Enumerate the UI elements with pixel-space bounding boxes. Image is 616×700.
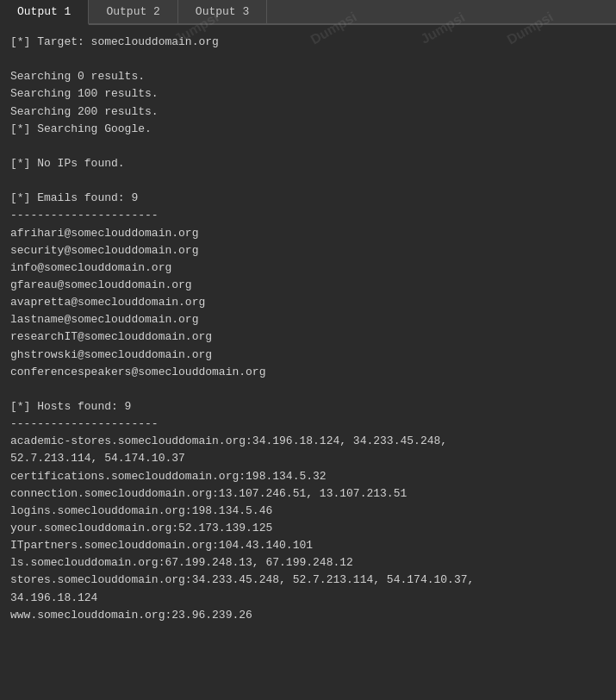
tab-output-3[interactable]: Output 3 (178, 0, 267, 23)
tab-output-1[interactable]: Output 1 (0, 0, 89, 25)
tab-output-2[interactable]: Output 2 (89, 0, 177, 23)
output-area: [*] Target: someclouddomain.org Searchin… (0, 25, 616, 692)
tab-bar: Output 1 Output 2 Output 3 (0, 0, 616, 25)
